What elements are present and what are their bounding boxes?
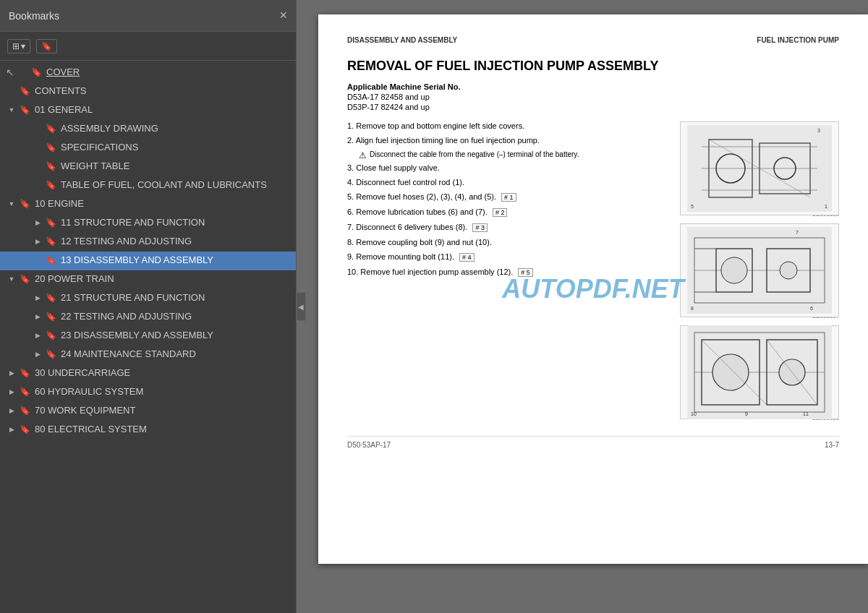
sidebar-item-label: 11 STRUCTURE AND FUNCTION [61,217,290,229]
bookmark-icon: 🔖 [45,254,56,266]
image-1-container: 5 1 3 CE000956 [680,121,839,218]
bookmark-icon: 🔖 [19,386,30,398]
sidebar-item-label: 20 POWER TRAIN [35,273,290,286]
sidebar-title: Bookmarks [9,10,59,22]
expand-placeholder [32,254,43,266]
sidebar-item-70-work-equip[interactable]: 🔖 70 WORK EQUIPMENT [0,402,296,421]
bookmark-icon: 🔖 [45,160,56,172]
sidebar-item-specifications[interactable]: 🔖 SPECIFICATIONS [0,139,296,158]
sidebar-item-label: 22 TESTING AND ADJUSTING [61,311,290,323]
images-column: 5 1 3 CE000956 [680,121,839,421]
page-area[interactable]: AUTOPDF.NET DISASSEMBLY AND ASSEMBLY FUE… [297,0,868,613]
expand-arrow[interactable] [6,424,17,435]
document-page: AUTOPDF.NET DISASSEMBLY AND ASSEMBLY FUE… [318,14,868,564]
sidebar-item-label: SPECIFICATIONS [61,142,290,154]
applicable-label: Applicable Machine Serial No. [347,82,839,91]
sidebar-tree: ↖ 🔖 COVER 🔖 CONTENTS 🔖 01 GENERAL 🔖 ASSE… [0,61,296,613]
sidebar-item-label: 10 ENGINE [35,198,290,210]
warning-text: Disconnect the cable from the negative (… [370,150,579,158]
step-5-ref: # 1 [501,193,516,202]
sidebar-item-label: 13 DISASSEMBLY AND ASSEMBLY [61,254,290,267]
sidebar-item-label: 30 UNDERCARRIAGE [35,367,290,380]
bookmark-icon: 🔖 [45,330,56,341]
sidebar-item-22-testing[interactable]: 🔖 22 TESTING AND ADJUSTING [0,308,296,327]
sidebar-item-10-engine[interactable]: 🔖 10 ENGINE [0,195,296,214]
expand-placeholder [32,123,43,134]
image-3: 10 9 11 [680,325,839,419]
bookmark-icon: 🔖 [19,198,30,210]
sidebar-item-01-general[interactable]: 🔖 01 GENERAL [0,101,296,120]
expand-arrow[interactable] [6,273,17,285]
cursor-indicator: ↖ [6,67,14,78]
svg-text:6: 6 [810,306,813,311]
sidebar-item-24-maintenance[interactable]: 🔖 24 MAINTENANCE STANDARD [0,346,296,364]
bookmark-icon: 🔖 [45,348,56,360]
footer-left: D50·53AP-17 [347,441,391,449]
step-1: 1. Remove top and bottom engine left sid… [347,121,665,130]
bookmark-icon: 🔖 [41,41,52,51]
expand-arrow[interactable] [32,348,43,360]
expand-arrow[interactable] [32,292,43,304]
sidebar-item-12-testing[interactable]: 🔖 12 TESTING AND ADJUSTING [0,233,296,252]
step-10-ref: # 5 [518,268,533,277]
step-10: 10. Remove fuel injection pump assembly … [347,267,665,277]
sidebar-item-assembly-drawing[interactable]: 🔖 ASSEMBLY DRAWING [0,120,296,139]
document-title: REMOVAL OF FUEL INJECTION PUMP ASSEMBLY [347,59,839,74]
expand-arrow[interactable] [32,217,43,228]
step-9-ref: # 4 [459,253,475,262]
document-content: 1. Remove top and bottom engine left sid… [347,121,839,421]
expand-arrow[interactable] [6,198,17,210]
expand-arrow[interactable] [6,367,17,379]
bookmark-icon: 🔖 [45,236,56,247]
expand-arrow[interactable] [6,405,17,416]
expand-arrow[interactable] [32,236,43,247]
sidebar-item-label: 23 DISASSEMBLY AND ASSEMBLY [61,330,290,342]
sidebar-header: Bookmarks × [0,0,296,32]
expand-arrow[interactable] [6,104,17,116]
image-2-container: 6 8 7 CE000957 [680,223,839,320]
collapse-handle[interactable]: ◀ [296,292,306,321]
svg-point-18 [780,262,797,279]
sidebar-item-80-electrical[interactable]: 🔖 80 ELECTRICAL SYSTEM [0,421,296,440]
svg-text:9: 9 [745,411,748,416]
bookmark-settings-button[interactable]: 🔖 [36,39,57,53]
expand-all-button[interactable]: ⊞ ▾ [7,39,30,53]
expand-arrow[interactable] [32,311,43,322]
step-4: 4. Disconnect fuel control rod (1). [347,178,665,187]
sidebar-item-label: 12 TESTING AND ADJUSTING [61,236,290,248]
sidebar-item-30-undercarriage[interactable]: 🔖 30 UNDERCARRIAGE [0,364,296,383]
sidebar-item-11-structure[interactable]: 🔖 11 STRUCTURE AND FUNCTION [0,214,296,233]
sidebar-item-cover[interactable]: ↖ 🔖 COVER [0,64,296,82]
sidebar-item-weight-table[interactable]: 🔖 WEIGHT TABLE [0,158,296,176]
serial-1: D53A-17 82458 and up [347,93,839,101]
sidebar-item-label: 21 STRUCTURE AND FUNCTION [61,292,290,304]
sidebar-item-21-structure[interactable]: 🔖 21 STRUCTURE AND FUNCTION [0,289,296,308]
sidebar-item-13-disassembly[interactable]: 🔖 13 DISASSEMBLY AND ASSEMBLY [0,252,296,270]
bookmark-icon: 🔖 [19,424,30,435]
close-button[interactable]: × [279,8,287,23]
sidebar-item-60-hydraulic[interactable]: 🔖 60 HYDRAULIC SYSTEM [0,383,296,402]
step-9: 9. Remove mounting bolt (11). # 4 [347,252,665,262]
document-header: DISASSEMBLY AND ASSEMBLY FUEL INJECTION … [347,36,839,44]
sidebar-item-label: WEIGHT TABLE [61,160,290,173]
bookmark-icon: 🔖 [19,85,30,97]
sidebar-item-label: 80 ELECTRICAL SYSTEM [35,424,290,436]
expand-arrow[interactable] [32,330,43,341]
diagram-svg-2: 6 8 7 [687,227,832,314]
expand-arrow[interactable] [6,386,17,398]
sidebar-item-23-disassembly[interactable]: 🔖 23 DISASSEMBLY AND ASSEMBLY [0,327,296,346]
bookmark-icon: 🔖 [45,142,56,153]
sidebar-item-label: TABLE OF FUEL, COOLANT AND LUBRICANTS [61,179,290,192]
grid-icon: ⊞ [12,41,20,51]
sidebar-item-20-power-train[interactable]: 🔖 20 POWER TRAIN [0,270,296,289]
sidebar-item-label: 01 GENERAL [35,104,290,116]
warning-icon: ⚠ [359,150,367,160]
header-right: FUEL INJECTION PUMP [757,36,839,44]
sidebar-item-table-fuel[interactable]: 🔖 TABLE OF FUEL, COOLANT AND LUBRICANTS [0,176,296,195]
step-3: 3. Close fuel supply valve. [347,163,665,172]
chevron-down-icon: ▾ [21,41,25,51]
sidebar-item-contents[interactable]: 🔖 CONTENTS [0,82,296,101]
diagram-svg-1: 5 1 3 [687,125,832,212]
expand-placeholder [32,142,43,153]
main-content: ◀ AUTOPDF.NET DISASSEMBLY AND ASSEMBLY F… [297,0,868,613]
